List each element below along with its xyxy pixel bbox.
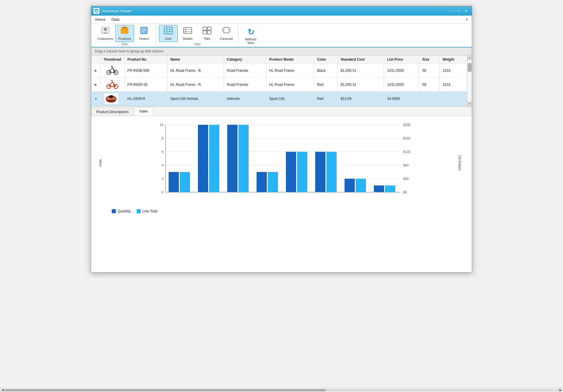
col-weight[interactable]: Weight <box>440 56 467 64</box>
row-model: HL Road Frame <box>266 64 314 78</box>
details-button[interactable]: Details <box>178 25 197 42</box>
row-category: Helmets <box>224 92 266 106</box>
scroll-track[interactable] <box>467 60 472 101</box>
svg-text:6: 6 <box>162 150 163 154</box>
close-button[interactable]: ✕ <box>463 8 469 14</box>
menu-bar: Home Data ▼ <box>91 16 472 24</box>
col-color[interactable]: Color <box>314 56 338 64</box>
bar-qty-4 <box>257 172 267 192</box>
minimize-button[interactable]: — <box>448 8 454 14</box>
table-row[interactable]: ▶ <box>91 78 467 92</box>
svg-rect-23 <box>203 31 207 34</box>
col-product-num[interactable]: Product Nu <box>124 56 167 64</box>
menu-data[interactable]: Data <box>108 16 122 23</box>
scroll-thumb[interactable] <box>468 63 472 72</box>
refresh-icon: ↻ <box>247 27 254 37</box>
col-list-price[interactable]: List Price <box>384 56 419 64</box>
menu-home[interactable]: Home <box>92 16 108 23</box>
ribbon: Customers Products <box>91 24 472 47</box>
col-expand <box>91 56 101 64</box>
table-area: Thumbnail Product Nu Name Category Produ… <box>91 55 472 106</box>
row-product-num: HL-U509-R <box>124 92 167 106</box>
refresh-button[interactable]: ↻ Refresh View <box>241 26 260 46</box>
scroll-down-button[interactable]: ▼ <box>467 101 472 106</box>
svg-rect-6 <box>123 27 126 28</box>
bar-lt-1 <box>180 172 190 192</box>
table-row-selected[interactable]: ▼ <box>91 92 467 106</box>
svg-text:$0: $0 <box>403 190 407 194</box>
orders-button[interactable]: Orders <box>135 25 153 42</box>
maximize-button[interactable]: □ <box>455 8 462 14</box>
col-name[interactable]: Name <box>167 56 224 64</box>
title-bar-text: Adventure Viewer <box>102 9 445 13</box>
row-thumbnail <box>100 64 124 78</box>
app-icon <box>94 8 99 14</box>
ribbon-group-view: Grid Details <box>157 25 238 46</box>
row-model: Sport-100 <box>266 92 314 106</box>
products-button[interactable]: Products <box>115 25 134 42</box>
tiles-button[interactable]: Tiles <box>198 25 216 42</box>
legend-quantity-label: Quantity <box>118 209 131 213</box>
legend-line-total: Line Total <box>137 209 157 213</box>
detail-panel: Product Descriptions Sales Units US Doll… <box>91 106 472 270</box>
row-expand[interactable]: ▼ <box>91 92 101 106</box>
row-list-price: 1431.5000 <box>384 64 419 78</box>
svg-text:0: 0 <box>162 190 163 194</box>
tab-product-descriptions[interactable]: Product Descriptions <box>91 108 134 116</box>
svg-text:8: 8 <box>162 137 163 140</box>
table-header-row: Thumbnail Product Nu Name Category Produ… <box>91 56 467 64</box>
col-thumbnail[interactable]: Thumbnail <box>100 56 124 64</box>
col-size[interactable]: Size <box>419 56 440 64</box>
tab-sales[interactable]: Sales <box>134 107 153 116</box>
legend-quantity: Quantity <box>112 209 131 213</box>
vertical-scrollbar[interactable]: ▲ ▼ <box>467 55 472 106</box>
orders-icon <box>139 26 149 36</box>
carousel-button[interactable]: Carousel <box>217 25 236 42</box>
table-row[interactable]: ▶ <box>91 64 467 78</box>
col-category[interactable]: Category <box>224 56 266 64</box>
bar-lt-6 <box>326 152 337 192</box>
row-name: HL Road Frame - B <box>167 64 224 78</box>
chart-wrapper: Units US Dollars 0 2 4 6 <box>94 119 469 207</box>
scroll-up-button[interactable]: ▲ <box>467 55 472 60</box>
col-product-model[interactable]: Product Model <box>266 56 314 64</box>
row-size: 58 <box>419 78 440 92</box>
customers-icon <box>101 26 110 36</box>
detail-tabs: Product Descriptions Sales <box>91 107 472 116</box>
row-size <box>419 92 440 106</box>
svg-text:10: 10 <box>160 123 163 127</box>
y-axis-label: Units <box>99 159 102 166</box>
row-expand[interactable]: ▶ <box>91 64 101 78</box>
row-product-num: FR-R92R-58 <box>124 78 167 92</box>
grid-button[interactable]: Grid <box>159 25 178 42</box>
row-expand[interactable]: ▶ <box>91 78 101 92</box>
svg-text:$40: $40 <box>403 177 408 180</box>
content-area: Thumbnail Product Nu Name Category Produ… <box>91 55 472 270</box>
view-group-label: View <box>194 42 201 46</box>
data-group-label: Data <box>121 42 128 46</box>
row-name: HL Road Frame - R <box>167 78 224 92</box>
details-icon <box>183 26 192 36</box>
bar-qty-1 <box>169 172 179 192</box>
carousel-icon <box>222 26 231 36</box>
products-icon <box>120 26 129 36</box>
drag-hint: Drag a column here to group by that colu… <box>91 47 472 55</box>
title-bar-controls: — □ ✕ <box>448 8 469 14</box>
tiles-icon <box>202 26 212 36</box>
row-color: Red <box>314 78 338 92</box>
svg-point-4 <box>104 28 107 31</box>
row-size: 58 <box>419 64 440 78</box>
title-bar: Adventure Viewer — □ ✕ <box>91 6 472 16</box>
grid-label: Grid <box>165 37 172 40</box>
legend-quantity-dot <box>112 209 116 213</box>
svg-rect-26 <box>222 28 224 32</box>
row-weight <box>440 92 467 106</box>
row-category: Road Frames <box>224 64 266 78</box>
row-name: Sport-100 Helmet, <box>167 92 224 106</box>
svg-text:$120: $120 <box>403 150 410 154</box>
customers-button[interactable]: Customers <box>96 25 115 42</box>
svg-rect-17 <box>184 28 192 33</box>
col-standard-cost[interactable]: Standard Cost <box>338 56 384 64</box>
svg-rect-24 <box>207 31 211 34</box>
svg-rect-25 <box>224 28 229 33</box>
